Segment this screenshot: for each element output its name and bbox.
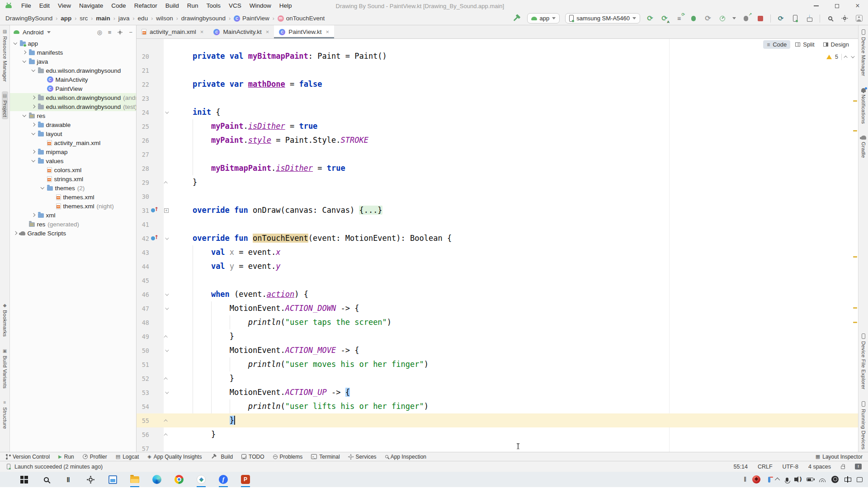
tool-window-button-build-variants[interactable]: ▣Build Variants (2, 347, 8, 391)
breadcrumb-edu[interactable]: edu (137, 14, 149, 22)
code-line-47[interactable]: 47 MotionEvent.ACTION_DOWN -> { (137, 301, 858, 315)
code-line-30[interactable]: 30 (137, 189, 858, 203)
tool-window-button-services[interactable]: Services (349, 454, 377, 460)
line-number[interactable]: 41 (137, 221, 149, 228)
line-number[interactable]: 54 (137, 403, 149, 410)
line-number[interactable]: 28 (137, 165, 149, 172)
tree-right-arrow[interactable] (14, 231, 17, 235)
line-number[interactable]: 52 (137, 375, 149, 382)
hide-panel-icon[interactable]: − (129, 29, 132, 36)
device-manager-button[interactable] (791, 14, 800, 23)
tree-right-arrow[interactable] (32, 96, 35, 99)
tree-item-themes-xml[interactable]: themes.xml (10, 192, 136, 202)
fold-region-end-icon[interactable] (164, 335, 167, 339)
tree-down-arrow[interactable] (32, 131, 35, 135)
menu-navigate[interactable]: Navigate (75, 0, 107, 12)
tool-window-button-logcat[interactable]: ▤Logcat (116, 454, 139, 460)
tool-window-button-version-control[interactable]: Version Control (5, 454, 50, 460)
menu-edit[interactable]: Edit (35, 0, 54, 12)
line-number[interactable]: 55 (137, 417, 149, 424)
line-number[interactable]: 45 (137, 277, 149, 284)
tree-item-strings-xml[interactable]: strings.xml (10, 174, 136, 183)
notifications-badge-icon[interactable]: ! (855, 464, 862, 469)
line-number[interactable]: 27 (137, 151, 149, 158)
tree-item-res[interactable]: res (10, 111, 136, 120)
indent-setting[interactable]: 4 spaces (808, 464, 831, 470)
tree-item-edu-wilson-drawingbysound[interactable]: edu.wilson.drawingbysound (10, 66, 136, 75)
tray-temperature-icon[interactable] (766, 472, 770, 487)
menu-view[interactable]: View (54, 0, 75, 12)
tree-down-arrow[interactable] (41, 186, 44, 189)
minimize-button[interactable] (806, 0, 826, 12)
line-number[interactable]: 48 (137, 319, 149, 326)
code-line-55[interactable]: 55 } (137, 413, 858, 427)
line-number[interactable]: 56 (137, 431, 149, 438)
line-number[interactable]: 23 (137, 95, 149, 102)
code-line-24[interactable]: 24 init { (137, 105, 858, 119)
scrollbar-warning-mark[interactable] (853, 322, 857, 323)
menu-refactor[interactable]: Refactor (130, 0, 161, 12)
scrollbar-warning-mark[interactable] (853, 100, 857, 102)
line-number[interactable]: 51 (137, 361, 149, 368)
tree-item-java[interactable]: java (10, 57, 136, 66)
line-number[interactable]: 31 (137, 207, 149, 214)
tool-window-button-device-manager[interactable]: Device Manager (860, 27, 867, 79)
line-number[interactable]: 22 (137, 81, 149, 88)
tool-window-button-layout-inspector[interactable]: ▦Layout Inspector (816, 454, 863, 460)
code-line-28[interactable]: 28 myBitmapPaint.isDither = true (137, 161, 858, 175)
line-number[interactable]: 43 (137, 249, 149, 256)
code-line-52[interactable]: 52 } (137, 371, 858, 385)
fold-region-end-icon[interactable] (164, 433, 167, 437)
breadcrumb-ontouchevent[interactable]: onTouchEvent (277, 14, 326, 22)
menu-window[interactable]: Window (245, 0, 275, 12)
profiler-button[interactable] (718, 14, 727, 23)
readonly-lock-icon[interactable] (841, 466, 845, 469)
line-number[interactable]: 25 (137, 123, 149, 130)
code-line-43[interactable]: 43 val x = event.x (137, 245, 858, 259)
code-line-26[interactable]: 26 myPaint.style = Paint.Style.STROKE (137, 133, 858, 147)
tree-right-arrow[interactable] (23, 51, 26, 54)
breadcrumb-main[interactable]: main (95, 14, 111, 22)
line-number[interactable]: 30 (137, 193, 149, 200)
settings-button[interactable] (840, 14, 849, 23)
profile-avatar-button[interactable] (854, 14, 863, 23)
gear-icon[interactable] (119, 31, 122, 33)
code-line-46[interactable]: 46 when (event.action) { (137, 287, 858, 301)
apply-code-changes-button[interactable]: ≡⟳ (675, 14, 684, 23)
view-mode-code[interactable]: ≡Code (763, 40, 790, 49)
fold-region-start-icon[interactable] (165, 236, 169, 239)
code-line-20[interactable]: 20 private val myBitmapPaint: Paint = Pa… (137, 49, 858, 63)
line-separator[interactable]: CRLF (758, 464, 773, 470)
stop-button[interactable] (756, 14, 765, 23)
tool-window-button-notifications[interactable]: Notifications (860, 86, 867, 126)
inspections-widget[interactable]: 5 (826, 54, 854, 60)
code-line-49[interactable]: 49 } (137, 329, 858, 343)
tray-battery-icon[interactable] (807, 472, 813, 487)
tree-down-arrow[interactable] (32, 159, 35, 162)
tray-app-red-icon[interactable] (752, 472, 760, 487)
taskbar-task-view-icon[interactable]: ‖ (62, 472, 74, 487)
tree-item-themes-xml-night[interactable]: themes.xml(night) (10, 202, 136, 211)
apply-changes-button[interactable]: ⟳A (660, 14, 669, 23)
gradle-sync-button[interactable]: ⟳ (776, 14, 785, 23)
code-line-50[interactable]: 50 MotionEvent.ACTION_MOVE -> { (137, 343, 858, 357)
code-line-21[interactable]: 21 (137, 63, 858, 77)
taskbar-edge-icon[interactable] (151, 472, 163, 487)
menu-code[interactable]: Code (107, 0, 130, 12)
taskbar-search-icon[interactable] (40, 472, 52, 487)
tray-ime-icon[interactable] (844, 472, 851, 487)
tree-right-arrow[interactable] (32, 123, 35, 127)
menu-build[interactable]: Build (161, 0, 183, 12)
tool-window-button-bookmarks[interactable]: ◆Bookmarks (2, 301, 8, 339)
close-icon[interactable]: × (326, 28, 330, 35)
breadcrumb-drawingbysound[interactable]: DrawingBySound (5, 14, 53, 22)
scrollbar-warning-mark[interactable] (853, 307, 857, 309)
tool-window-button-gradle[interactable]: Gradle (860, 133, 867, 160)
fold-region-start-icon[interactable] (165, 306, 169, 310)
code-line-57[interactable]: 57 (137, 441, 858, 452)
build-hammer-button[interactable] (513, 14, 522, 23)
tree-down-arrow[interactable] (32, 68, 35, 72)
profiler-dropdown-icon[interactable] (732, 17, 736, 19)
close-icon[interactable]: × (200, 28, 204, 35)
caret-position[interactable]: 55:14 (734, 464, 748, 470)
